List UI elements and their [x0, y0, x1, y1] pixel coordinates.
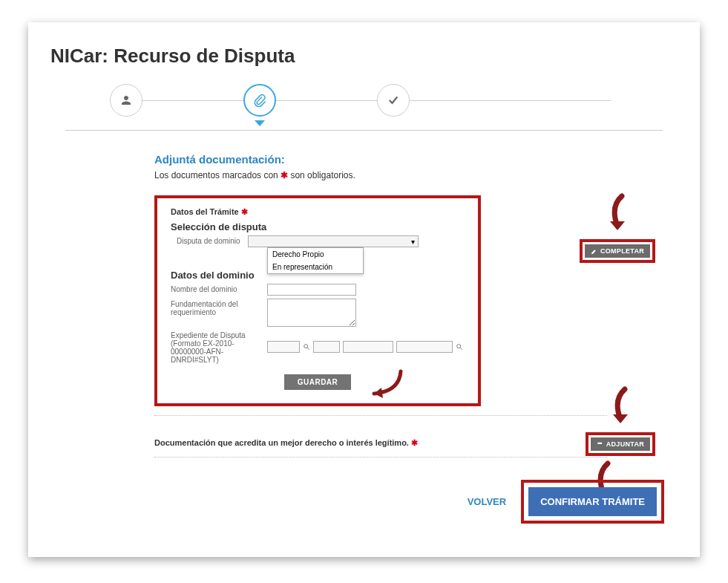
adjuntar-highlight-box: ADJUNTAR — [586, 432, 655, 456]
required-asterisk: ✱ — [281, 170, 288, 180]
required-asterisk: ✱ — [411, 438, 418, 447]
page-title: NICar: Recurso de Disputa — [50, 45, 685, 68]
expediente-input-4[interactable] — [396, 341, 453, 353]
nombre-dominio-label: Nombre del dominio — [171, 284, 260, 293]
completar-label: COMPLETAR — [600, 247, 644, 255]
required-asterisk: ✱ — [241, 207, 248, 216]
note-prefix: Los documentos marcados con — [154, 170, 281, 180]
doc-legitimo-label: Documentación que acredita un mejor dere… — [154, 438, 418, 448]
attach-note: Los documentos marcados con ✱ son obliga… — [154, 170, 640, 180]
svg-marker-4 — [374, 388, 383, 398]
svg-point-0 — [304, 345, 308, 348]
adjuntar-button[interactable]: ADJUNTAR — [591, 437, 650, 451]
svg-line-3 — [460, 348, 462, 350]
svg-point-2 — [457, 345, 461, 348]
svg-line-1 — [307, 348, 309, 350]
step-line — [410, 100, 611, 101]
chevron-down-icon: ▾ — [411, 238, 415, 246]
dropdown-option[interactable]: En representación — [268, 261, 363, 273]
tramite-header-text: Datos del Trámite — [171, 207, 239, 216]
expediente-input-3[interactable] — [343, 341, 393, 353]
step-1-person[interactable] — [110, 84, 142, 117]
attach-title: Adjuntá documentación: — [154, 153, 640, 166]
doc-legitimo-text: Documentación que acredita un mejor dere… — [154, 438, 409, 447]
confirmar-highlight-box: CONFIRMAR TRÁMITE — [521, 480, 664, 524]
stepper-baseline — [65, 130, 663, 131]
seleccion-title: Selección de disputa — [171, 221, 465, 232]
step-line — [142, 100, 243, 101]
arrow-annotation-icon — [606, 386, 635, 431]
stepper — [43, 84, 685, 117]
expediente-input-1[interactable] — [267, 341, 300, 353]
search-icon[interactable] — [303, 343, 310, 351]
adjuntar-annotation: ADJUNTAR — [586, 386, 655, 456]
expediente-label-text: Expediente de Disputa — [171, 331, 246, 339]
footer-actions: VOLVER CONFIRMAR TRÁMITE — [468, 480, 664, 524]
completar-button[interactable]: COMPLETAR — [585, 244, 650, 258]
volver-button[interactable]: VOLVER — [468, 496, 507, 507]
pencil-icon — [591, 248, 597, 255]
divider — [154, 415, 607, 416]
fundamentacion-textarea[interactable] — [267, 299, 356, 327]
disputa-dominio-select[interactable]: ▾ — [248, 235, 419, 247]
arrow-annotation-icon — [603, 193, 632, 238]
expediente-label: Expediente de Disputa (Formato EX-2010-0… — [171, 330, 260, 364]
note-suffix: son obligatorios. — [288, 170, 355, 180]
person-icon — [119, 94, 133, 107]
adjuntar-label: ADJUNTAR — [606, 440, 644, 448]
completar-highlight-box: COMPLETAR — [580, 239, 655, 263]
fundamentacion-label: Fundamentación del requerimiento — [171, 299, 260, 316]
confirmar-tramite-button[interactable]: CONFIRMAR TRÁMITE — [528, 487, 657, 516]
nombre-dominio-input[interactable] — [267, 284, 356, 296]
completar-annotation: COMPLETAR — [580, 193, 655, 263]
disputa-dominio-label: Disputa de dominio — [171, 235, 240, 245]
step-2-attachment[interactable] — [243, 84, 276, 117]
step-line — [276, 100, 377, 101]
svg-marker-5 — [610, 221, 625, 230]
dropdown-option[interactable]: Derecho Propio — [268, 248, 363, 261]
disputa-dominio-dropdown: Derecho Propio En representación — [267, 247, 364, 274]
tramite-header: Datos del Trámite ✱ — [171, 207, 465, 217]
svg-marker-6 — [613, 414, 628, 423]
step-3-check[interactable] — [377, 84, 410, 117]
guardar-button[interactable]: GUARDAR — [284, 374, 352, 390]
check-icon — [387, 94, 400, 107]
tramite-form-box: Datos del Trámite ✱ Selección de disputa… — [154, 195, 481, 406]
attach-icon — [597, 441, 603, 448]
search-icon[interactable] — [456, 343, 463, 351]
arrow-annotation-icon — [364, 365, 408, 403]
paperclip-icon — [253, 94, 266, 107]
expediente-formato-text: (Formato EX-2010-00000000-AFN-DNRDI#SLYT… — [171, 339, 235, 364]
divider — [154, 457, 607, 457]
expediente-input-2[interactable] — [313, 341, 340, 353]
doc-legitimo-row: Documentación que acredita un mejor dere… — [154, 438, 607, 448]
